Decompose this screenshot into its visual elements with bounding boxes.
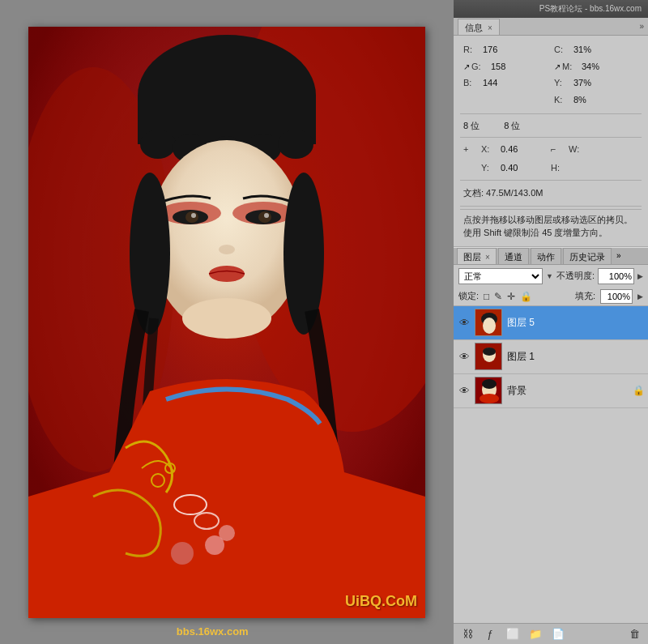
info-divider-1	[460, 113, 642, 114]
right-panel: PS教程论坛 - bbs.16wx.com 信息 × » R: 176 ↗	[454, 0, 648, 644]
bits-right: 8 位	[504, 118, 520, 134]
cmyk-values: C: 31% ↗ M: 34% Y: 37% K: 8%	[551, 41, 642, 111]
fill-input[interactable]	[600, 289, 633, 304]
layer-bg-name: 背景	[507, 384, 629, 398]
xy-right: ⌐ W:	[551, 142, 638, 157]
channels-tab[interactable]: 通道	[498, 248, 529, 264]
layer-bg-lock: 🔒	[633, 385, 645, 396]
svg-point-6	[140, 130, 176, 159]
svg-point-30	[219, 525, 235, 541]
x-value: 0.46	[501, 142, 518, 157]
layer-item-1[interactable]: 👁 图层 1	[454, 340, 648, 374]
layer-bg-thumbnail	[475, 377, 502, 404]
watermark-bbs: bbs.16wx.com	[177, 625, 249, 638]
layer-5-thumbnail	[475, 309, 502, 336]
lock-paint-icon[interactable]: ✎	[494, 291, 502, 302]
svg-point-37	[483, 348, 496, 356]
lock-position-icon[interactable]: ✛	[507, 291, 515, 302]
new-layer-icon[interactable]: 📄	[549, 626, 567, 642]
fill-label: 填充:	[575, 290, 595, 302]
lock-label: 锁定:	[458, 290, 479, 302]
x-label: X:	[481, 142, 497, 157]
svg-point-21	[209, 266, 245, 282]
canvas-image: UiBQ.CoM	[28, 27, 425, 618]
info-content: R: 176 ↗ G: 158 B: 144 C:	[454, 36, 648, 246]
y-left: + Y: 0.40	[463, 160, 551, 176]
layer-1-eye[interactable]: 👁	[457, 349, 471, 364]
opacity-input[interactable]	[598, 268, 634, 284]
y-row: + Y: 0.40 H:	[460, 159, 642, 177]
canvas-area: UiBQ.CoM bbs.16wx.com	[0, 0, 454, 644]
info-panel-collapse[interactable]: »	[639, 22, 644, 31]
svg-point-31	[171, 542, 194, 565]
opacity-label: 不透明度:	[556, 270, 595, 282]
layers-list: 👁 图层 5 👁	[454, 306, 648, 624]
r-label: R:	[463, 42, 480, 58]
lock-all-icon[interactable]: 🔒	[520, 291, 532, 302]
m-value: 34%	[582, 59, 599, 75]
lock-transparent-icon[interactable]: □	[484, 291, 489, 302]
blend-mode-select[interactable]: 正常	[458, 268, 543, 284]
layer-1-name: 图层 1	[507, 350, 645, 364]
layers-panel-collapse[interactable]: »	[616, 251, 621, 260]
opacity-arrow[interactable]: ▶	[637, 272, 643, 280]
layers-tab-bar: 图层 × 通道 动作 历史记录 »	[454, 247, 648, 265]
info-divider-4	[460, 206, 642, 207]
add-mask-icon[interactable]: ⬜	[504, 626, 522, 642]
history-tab[interactable]: 历史记录	[563, 248, 612, 264]
info-hint: 点按并拖移以移动图层或移动选区的拷贝。 使用 Shift 键限制沿 45 度增量…	[460, 209, 642, 241]
layer-5-eye[interactable]: 👁	[457, 315, 471, 330]
b-label: B:	[463, 75, 480, 91]
layer-1-thumbnail	[475, 343, 502, 370]
fill-arrow[interactable]: ▶	[637, 292, 643, 301]
info-tab-close[interactable]: ×	[488, 23, 492, 32]
c-value: 31%	[573, 42, 591, 58]
xy-left: + X: 0.46	[463, 142, 551, 157]
info-tab[interactable]: 信息 ×	[458, 19, 500, 35]
info-tab-bar: 信息 × »	[454, 18, 648, 36]
b-value: 144	[483, 75, 497, 91]
h-label: H:	[551, 160, 567, 176]
y-label: Y:	[554, 75, 570, 91]
actions-tab[interactable]: 动作	[531, 248, 561, 264]
bit-depth-row: 8 位 8 位	[460, 117, 642, 135]
info-panel: 信息 × » R: 176 ↗ G: 158	[454, 18, 648, 247]
svg-point-20	[219, 245, 235, 254]
y-coord-value: 0.40	[501, 160, 518, 176]
layers-panel: 图层 × 通道 动作 历史记录 » 正常 ▼ 不透明度: ▶	[454, 247, 648, 645]
delete-layer-icon[interactable]: 🗑	[625, 626, 643, 642]
add-style-icon[interactable]: ƒ	[481, 626, 499, 642]
w-label: W:	[569, 142, 585, 157]
g-value: 158	[491, 59, 505, 75]
m-label: M:	[562, 59, 578, 75]
bits-left: 8 位	[463, 118, 480, 134]
lock-row: 锁定: □ ✎ ✛ 🔒 填充: ▶	[454, 288, 648, 306]
c-label: C:	[554, 42, 570, 58]
layer-bg-eye[interactable]: 👁	[457, 383, 471, 398]
k-label: K:	[554, 92, 570, 108]
layers-toolbar: ⛓ ƒ ⬜ 📁 📄 🗑	[454, 623, 648, 644]
color-info-grid: R: 176 ↗ G: 158 B: 144 C:	[460, 41, 642, 111]
xy-row: + X: 0.46 ⌐ W:	[460, 140, 642, 159]
link-layers-icon[interactable]: ⛓	[458, 626, 476, 642]
blend-mode-arrow[interactable]: ▼	[546, 272, 553, 280]
doc-size: 文档: 47.5M/143.0M	[460, 183, 642, 203]
g-label: G:	[471, 59, 488, 75]
h-right: H:	[551, 160, 638, 176]
svg-point-40	[482, 379, 497, 389]
y-coord-label: Y:	[481, 160, 497, 176]
new-group-icon[interactable]: 📁	[526, 626, 544, 642]
layer-5-name: 图层 5	[507, 316, 645, 330]
svg-point-22	[182, 298, 271, 339]
layers-tab[interactable]: 图层 ×	[457, 248, 497, 264]
r-value: 176	[483, 42, 497, 58]
layer-item-5[interactable]: 👁 图层 5	[454, 306, 648, 340]
app-title: PS教程论坛 - bbs.16wx.com	[539, 3, 642, 15]
layers-tab-close[interactable]: ×	[485, 253, 490, 262]
layer-item-bg[interactable]: 👁 背景 🔒	[454, 374, 648, 408]
svg-point-19	[264, 213, 269, 218]
svg-point-16	[191, 213, 196, 218]
svg-point-34	[483, 318, 496, 334]
title-bar: PS教程论坛 - bbs.16wx.com	[454, 0, 648, 18]
hint-line1: 点按并拖移以移动图层或移动选区的拷贝。	[463, 213, 638, 227]
